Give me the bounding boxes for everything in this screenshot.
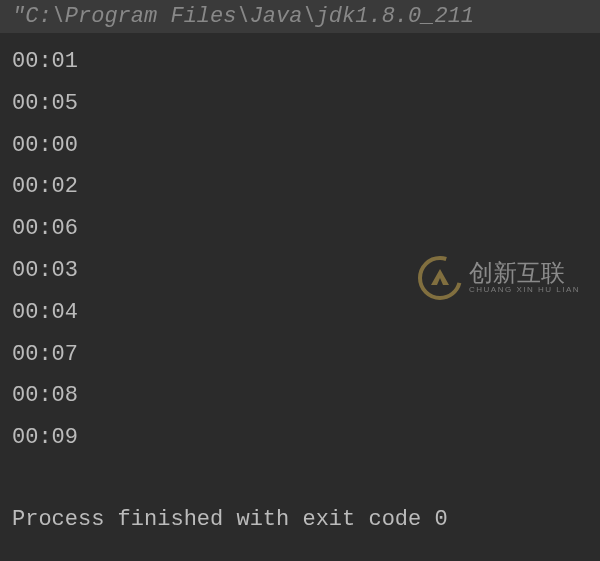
output-line: 00:06 (12, 208, 588, 250)
output-line: 00:07 (12, 334, 588, 376)
output-line: 00:02 (12, 166, 588, 208)
output-line: 00:09 (12, 417, 588, 459)
output-line: 00:03 (12, 250, 588, 292)
output-line: 00:00 (12, 125, 588, 167)
command-header: "C:\Program Files\Java\jdk1.8.0_211 (0, 0, 600, 33)
output-line: 00:01 (12, 41, 588, 83)
output-line: 00:04 (12, 292, 588, 334)
output-line: 00:05 (12, 83, 588, 125)
command-text: "C:\Program Files\Java\jdk1.8.0_211 (12, 4, 474, 29)
console-output: 00:01 00:05 00:00 00:02 00:06 00:03 00:0… (0, 33, 600, 549)
output-line: 00:08 (12, 375, 588, 417)
exit-message: Process finished with exit code 0 (12, 499, 588, 541)
